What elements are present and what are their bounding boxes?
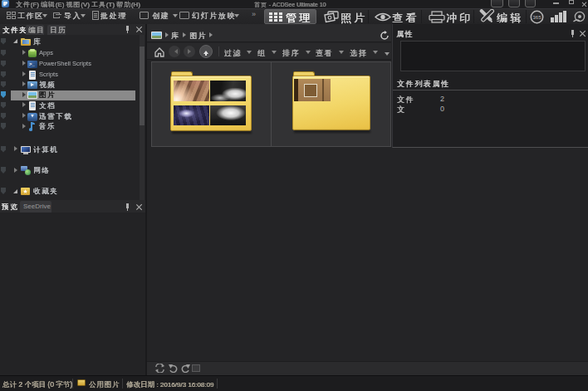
- svg-text:365: 365: [532, 15, 541, 20]
